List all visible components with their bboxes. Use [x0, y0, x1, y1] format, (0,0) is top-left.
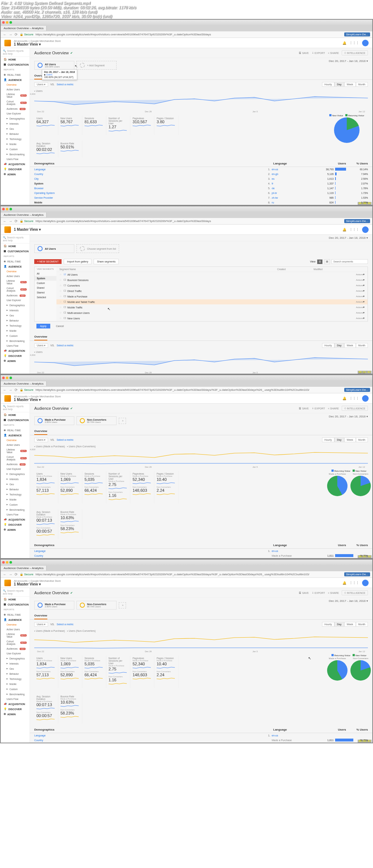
kpi-card[interactable]: PageviewsMade a Purchase52,340Non-Conver… [130, 471, 154, 503]
nav-ltv[interactable]: Lifetime ValueBETA [1, 92, 30, 99]
segment-non-converters[interactable]: Non-Converters88.70% Users [76, 416, 117, 425]
user-avatar[interactable] [362, 40, 369, 46]
add-segment-button[interactable]: + Add Segment [76, 61, 117, 70]
cat-starred[interactable]: Starred [35, 290, 56, 295]
segment-row[interactable]: ☆☐Multi-session UsersActions ▾ [56, 310, 368, 316]
segment-row[interactable]: ☆☐Direct TrafficActions ▾ [56, 288, 368, 294]
nav-active-users[interactable]: Active Users [1, 87, 30, 92]
apps-icon[interactable]: ⋮⋮⋮ [349, 41, 359, 45]
cancel-button[interactable]: Cancel [52, 324, 68, 328]
users-line-chart[interactable]: 4,000 [30, 354, 372, 371]
kpi-card[interactable]: Pages / SessionMade a Purchase10.40Non-C… [154, 655, 178, 688]
cat-system[interactable]: System [35, 276, 56, 281]
extension-label[interactable]: SimpliLearn De... [344, 32, 370, 36]
kpi-card[interactable]: Avg. Session DurationMade a Purchase00:0… [34, 509, 58, 539]
share-button[interactable]: < SHARE [328, 50, 339, 55]
metric-selector[interactable]: Users ▾ [34, 82, 48, 87]
comparison-pies[interactable]: Returning Visitor New Visitor Made a Pur… [326, 468, 372, 542]
kpi-card[interactable]: Bounce RateMade a Purchase10.63%Non-Conv… [58, 694, 82, 724]
account-breadcrumb[interactable]: All accounts > Google Merchandise Store [14, 40, 61, 42]
new-segment-button[interactable]: + NEW SEGMENT [34, 259, 62, 264]
kpi-new-users[interactable]: New Users58,767 [58, 116, 82, 135]
nav-users-flow[interactable]: Users Flow [1, 157, 30, 161]
kpi-card[interactable]: Avg. Session DurationMade a Purchase00:0… [34, 694, 58, 724]
analytics-logo-icon[interactable] [4, 40, 11, 46]
nav-geo[interactable]: ▸ Geo [1, 126, 30, 131]
export-button[interactable]: ⤓ EXPORT [312, 50, 325, 55]
url-text[interactable]: https://analytics.google.com/analytics/w… [36, 33, 342, 36]
nav-cohort[interactable]: Cohort AnalysisBETA [1, 99, 30, 106]
kpi-users[interactable]: Users64,327 [34, 116, 58, 135]
import-gallery-button[interactable]: Import from gallery [64, 259, 91, 264]
cat-all[interactable]: All [35, 271, 56, 276]
kpi-card[interactable]: Number of Sessions per UserMade a Purcha… [106, 471, 130, 503]
nav-discover[interactable]: 💡 DISCOVER [1, 167, 30, 172]
cat-shared[interactable]: Shared [35, 285, 56, 290]
btn-hourly[interactable]: Hourly [322, 82, 334, 87]
save-button[interactable]: 🖫 SAVE [299, 50, 309, 55]
dimension-country[interactable]: Country2.en-gb5,1207.94% [30, 172, 372, 176]
nav-back-icon[interactable]: ← [3, 32, 7, 36]
kpi-card[interactable]: UsersMade a Purchase1,834Non-Converters5… [34, 471, 58, 503]
btn-month[interactable]: Month [356, 82, 368, 87]
segment-all-users[interactable]: All Users [34, 244, 74, 253]
nav-interests[interactable]: ▸ Interests [1, 121, 30, 126]
kpi-card[interactable]: SessionsMade a Purchase5,035Non-Converte… [82, 471, 106, 503]
segment-row-all-users[interactable]: ☆☑All UsersActions ▾ [56, 272, 368, 277]
nav-custom[interactable]: ▸ Custom [1, 147, 30, 152]
users-line-chart[interactable]: 4,000 [30, 93, 372, 110]
notifications-icon[interactable]: 🔔 [342, 41, 346, 45]
dimension-language[interactable]: Language1.en-us38,79360.14% [30, 167, 372, 172]
kpi-card[interactable]: PageviewsMade a Purchase52,340Non-Conver… [130, 655, 154, 688]
btn-day[interactable]: Day [334, 82, 344, 87]
compare-metric-link[interactable]: Select a metric [57, 83, 74, 86]
kpi-card[interactable]: New UsersMade a Purchase1,069Non-Convert… [58, 655, 82, 688]
new-vs-returning-pie[interactable]: New Visitor Returning Visitor [321, 113, 372, 160]
browser-tab[interactable]: Audience Overview – Analytics [1, 26, 47, 31]
nav-forward-icon[interactable]: → [9, 32, 12, 36]
search-reports-input[interactable]: 🔍 Search reports and help [1, 235, 30, 244]
kpi-bounce-rate[interactable]: Bounce Rate50.01% [58, 141, 82, 157]
segment-made-purchase[interactable]: Made a Purchase2.85% Users [34, 416, 74, 425]
dimension-browser[interactable]: Browser5.de1,1471.78% [30, 186, 372, 191]
view-grid-icon[interactable]: ⊞ [324, 259, 330, 264]
nav-technology[interactable]: ▸ Technology [1, 136, 30, 141]
add-segment-button[interactable]: + [119, 418, 126, 424]
nav-mobile[interactable]: ▸ Mobile [1, 141, 30, 147]
btn-week[interactable]: Week [344, 82, 356, 87]
nav-audiences[interactable]: AudiencesNEW [1, 106, 30, 111]
kpi-card[interactable]: UsersMade a Purchase1,834Non-Converters5… [34, 655, 58, 688]
nav-acquisition[interactable]: 📣 ACQUISITION [1, 161, 30, 167]
dimension-os[interactable]: Operating System6.pt-br1,1191.73% [30, 191, 372, 195]
kpi-avg-session-duration[interactable]: Avg. Session Duration00:02:02 [34, 141, 58, 157]
comparison-line-chart[interactable]: 4,000 [30, 448, 372, 466]
segment-all-users[interactable]: All Users100.00% Users ↖ Dec 20, 2017 – … [34, 61, 74, 70]
kpi-card[interactable]: Pages / SessionMade a Purchase10.40Non-C… [154, 471, 178, 503]
nav-admin[interactable]: ⚙ ADMIN [1, 172, 30, 177]
comparison-line-chart[interactable] [30, 633, 372, 650]
nav-overview[interactable]: Overview [1, 82, 30, 87]
nav-audience[interactable]: 👤 AUDIENCE [1, 77, 30, 82]
kpi-card[interactable]: New UsersMade a Purchase1,069Non-Convert… [58, 471, 82, 503]
nav-demographics[interactable]: ▸ Demographics [1, 116, 30, 121]
search-segments-input[interactable] [331, 259, 368, 264]
kpi-card[interactable]: Bounce RateMade a Purchase10.63%Non-Conv… [58, 509, 82, 539]
view-list-icon[interactable]: ☰ [317, 259, 323, 264]
segment-row[interactable]: ☆☐Made a PurchaseActions ▾ [56, 294, 368, 299]
dimension-isp[interactable]: Service Provider7.zh-tw9851.53% [30, 195, 372, 200]
segment-row-hover[interactable]: ☆☐Mobile and Tablet TrafficActions ▾ [56, 299, 368, 305]
date-range-picker[interactable]: Dec 20, 2017 - Jan 18, 2018 ▾ [30, 235, 372, 241]
segment-row[interactable]: ☆☐ConvertersActions ▾ [56, 283, 368, 288]
apply-button[interactable]: Apply [36, 324, 50, 328]
search-reports-input[interactable]: 🔍 Search reports and help [1, 48, 30, 57]
kpi-pages-per-session[interactable]: Pages / Session3.80 [154, 116, 178, 135]
nav-user-explorer[interactable]: User Explorer [1, 111, 30, 116]
cat-custom[interactable]: Custom [35, 281, 56, 285]
choose-segment-button[interactable]: Choose segment from list [76, 244, 119, 253]
kpi-sessions-per-user[interactable]: Number of Sessions per User1.27 [106, 116, 130, 135]
kpi-sessions[interactable]: Sessions81,633 [82, 116, 106, 135]
view-selector[interactable]: 1 Master View ▾ [14, 42, 61, 46]
share-segments-button[interactable]: Share segments [94, 259, 119, 264]
date-range-picker[interactable]: Dec 20, 2017 - Jan 18, 2018 ▾ [325, 58, 372, 64]
dimension-city[interactable]: City3.es1,6132.50% [30, 176, 372, 181]
